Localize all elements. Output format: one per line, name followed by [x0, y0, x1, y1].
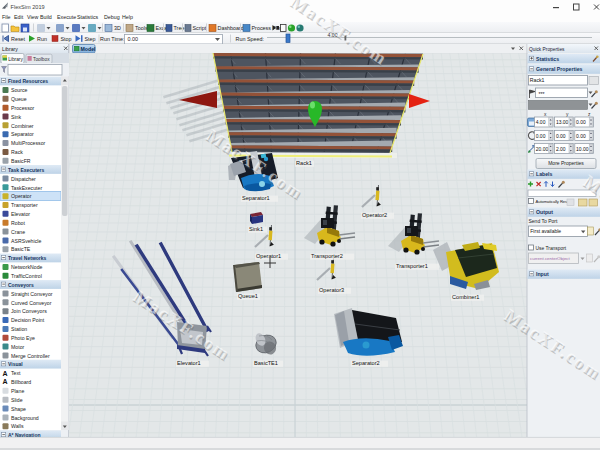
svg-text:Source: Source: [11, 87, 28, 93]
svg-text:2.00: 2.00: [556, 146, 566, 152]
svg-text:Separator: Separator: [11, 131, 34, 137]
svg-text:0.00: 0.00: [556, 133, 566, 139]
svg-text:BasicFR: BasicFR: [11, 158, 31, 164]
svg-text:Text: Text: [11, 370, 21, 376]
svg-text:Operator1: Operator1: [256, 253, 281, 259]
svg-text:Crane: Crane: [11, 229, 25, 235]
svg-text:Join Conveyors: Join Conveyors: [11, 308, 47, 314]
svg-text:Execute: Execute: [57, 14, 76, 20]
svg-text:Transporter: Transporter: [11, 202, 38, 208]
svg-text:Rack1: Rack1: [530, 77, 545, 83]
svg-text:0.00: 0.00: [576, 119, 586, 125]
svg-text:Shape: Shape: [11, 406, 26, 412]
svg-text:Conveyors: Conveyors: [8, 282, 34, 288]
svg-text:Billboard: Billboard: [11, 379, 31, 385]
svg-text:Sink: Sink: [11, 114, 21, 120]
svg-text:Separator1: Separator1: [242, 195, 270, 201]
svg-text:NetworkNode: NetworkNode: [11, 264, 43, 270]
svg-text:Library: Library: [8, 57, 23, 62]
svg-text:FlexSim 2019: FlexSim 2019: [11, 4, 45, 10]
svg-text:Tools: Tools: [135, 25, 148, 31]
svg-text:Operator3: Operator3: [319, 287, 344, 293]
svg-text:Curved Conveyor: Curved Conveyor: [11, 300, 52, 306]
svg-text:Statistics: Statistics: [77, 14, 99, 20]
svg-text:Photo Eye: Photo Eye: [11, 335, 35, 341]
svg-text:Background: Background: [11, 415, 39, 421]
svg-text:Run: Run: [37, 36, 47, 42]
svg-text:Statistics: Statistics: [536, 56, 559, 62]
svg-text:First available: First available: [530, 228, 561, 234]
svg-text:Merge Controller: Merge Controller: [11, 353, 50, 359]
svg-text:Straight Conveyor: Straight Conveyor: [11, 291, 53, 297]
svg-text:Input: Input: [536, 271, 549, 277]
svg-text:Run Time:: Run Time:: [100, 36, 125, 42]
svg-text:General Properties: General Properties: [536, 66, 583, 72]
svg-text:Process Flow: Process Flow: [252, 25, 284, 31]
svg-text:Combiner: Combiner: [11, 123, 34, 129]
svg-text:Run Speed:: Run Speed:: [236, 36, 264, 42]
svg-text:Rack1: Rack1: [296, 160, 312, 166]
svg-text:Send To Port: Send To Port: [529, 218, 558, 224]
svg-text:Elevator1: Elevator1: [177, 360, 201, 366]
svg-text:MultiProcessor: MultiProcessor: [11, 140, 46, 146]
svg-text:Transporter2: Transporter2: [311, 253, 343, 259]
svg-text:Fixed Resources: Fixed Resources: [8, 78, 48, 84]
svg-text:More Properties: More Properties: [548, 160, 584, 166]
svg-text:Output: Output: [536, 209, 553, 215]
svg-text:ASRSvehicle: ASRSvehicle: [11, 238, 41, 244]
svg-text:3D: 3D: [114, 25, 121, 31]
svg-text:Slide: Slide: [11, 397, 23, 403]
svg-text:Processor: Processor: [11, 105, 35, 111]
svg-text:***: ***: [539, 91, 545, 97]
svg-text:Step: Step: [85, 36, 96, 42]
svg-text:Rack: Rack: [11, 149, 23, 155]
svg-text:Visual: Visual: [8, 361, 23, 367]
svg-text:0.00: 0.00: [128, 36, 139, 42]
svg-text:Build: Build: [40, 14, 52, 20]
svg-text:Elevator: Elevator: [11, 211, 30, 217]
svg-text:View: View: [27, 14, 39, 20]
svg-text:Use Transport: Use Transport: [536, 246, 567, 251]
svg-text:Help: Help: [122, 14, 133, 20]
svg-text:Station: Station: [11, 326, 27, 332]
svg-text:Combiner1: Combiner1: [452, 294, 479, 300]
svg-text:Transporter1: Transporter1: [396, 263, 428, 269]
svg-text:Separator2: Separator2: [352, 360, 380, 366]
svg-text:4.00: 4.00: [536, 119, 546, 125]
svg-text:Decision Point: Decision Point: [11, 317, 45, 323]
svg-text:Queue1: Queue1: [238, 293, 258, 299]
svg-text:Model: Model: [81, 46, 97, 52]
svg-text:Queue: Queue: [11, 96, 27, 102]
svg-text:0.00: 0.00: [576, 133, 586, 139]
svg-text:Library: Library: [2, 46, 18, 52]
svg-text:Quick Properties: Quick Properties: [529, 47, 565, 52]
svg-text:Dashboards: Dashboards: [218, 25, 247, 31]
svg-text:Dispatcher: Dispatcher: [11, 176, 36, 182]
svg-text:0.00: 0.00: [536, 133, 546, 139]
svg-text:Labels: Labels: [536, 171, 553, 177]
svg-text:File: File: [2, 14, 11, 20]
svg-text:Edit: Edit: [14, 14, 24, 20]
svg-text:TaskExecuter: TaskExecuter: [11, 185, 42, 191]
svg-text:Task Executers: Task Executers: [8, 167, 45, 173]
svg-text:Sink1: Sink1: [249, 226, 263, 232]
svg-text:Plane: Plane: [11, 388, 24, 394]
svg-text:10.00: 10.00: [576, 146, 589, 152]
svg-text:Reset: Reset: [11, 36, 26, 42]
svg-text:current.centerObject: current.centerObject: [530, 256, 571, 261]
svg-text:Robot: Robot: [11, 220, 25, 226]
svg-text:BasicTE: BasicTE: [11, 246, 31, 252]
svg-text:Toolbox: Toolbox: [33, 57, 50, 62]
svg-text:Automatically Reset: Automatically Reset: [536, 199, 572, 204]
svg-text:Stop: Stop: [61, 36, 72, 42]
svg-text:Operator: Operator: [11, 193, 32, 199]
svg-text:13.00: 13.00: [556, 119, 569, 125]
svg-text:Script: Script: [193, 25, 207, 31]
svg-text:TrafficControl: TrafficControl: [11, 273, 42, 279]
svg-text:BasicTE1: BasicTE1: [254, 360, 278, 366]
svg-text:Debug: Debug: [104, 14, 120, 20]
svg-text:Motor: Motor: [11, 344, 25, 350]
svg-text:A: A: [3, 378, 8, 385]
svg-text:Operator2: Operator2: [362, 212, 387, 218]
svg-text:A: A: [3, 370, 8, 377]
